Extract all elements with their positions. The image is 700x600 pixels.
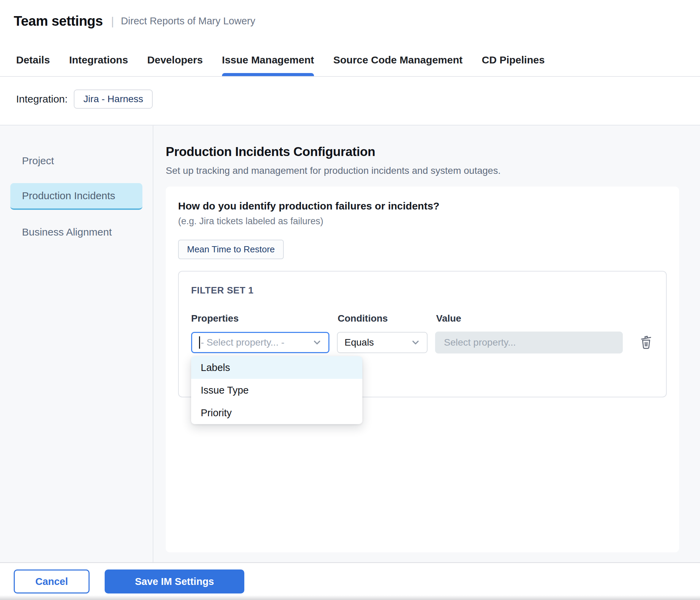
delete-filter-button[interactable] <box>639 334 654 351</box>
filter-set-title: FILTER SET 1 <box>191 285 654 296</box>
main-panel: Production Incidents Configuration Set u… <box>153 125 700 562</box>
sidebar-item-business-alignment[interactable]: Business Alignment <box>10 219 142 245</box>
value-input[interactable] <box>435 332 623 353</box>
chevron-down-icon <box>410 337 421 348</box>
conditions-selected-value: Equals <box>345 337 374 348</box>
filter-row: - Select property... - Equals <box>191 332 654 353</box>
active-tab-underline <box>222 73 314 76</box>
properties-placeholder: - Select property... - <box>201 337 284 348</box>
tab-issue-management[interactable]: Issue Management <box>222 54 314 76</box>
dropdown-option-issue-type[interactable]: Issue Type <box>191 379 362 401</box>
conditions-select[interactable]: Equals <box>337 332 428 353</box>
page-header: Team settings | Direct Reports of Mary L… <box>0 0 700 36</box>
properties-select[interactable]: - Select property... - <box>191 332 329 353</box>
properties-dropdown-menu: Labels Issue Type Priority <box>191 356 362 424</box>
properties-column-label: Properties <box>191 313 330 324</box>
sidebar-item-project[interactable]: Project <box>10 147 142 174</box>
dropdown-option-labels[interactable]: Labels <box>191 356 362 379</box>
title-separator: | <box>111 14 114 28</box>
tab-details[interactable]: Details <box>16 54 50 76</box>
section-title: Production Incidents Configuration <box>166 145 679 159</box>
section-subtitle: Set up tracking and management for produ… <box>166 165 679 176</box>
settings-sidebar: Project Production Incidents Business Al… <box>0 125 153 562</box>
text-cursor <box>199 336 200 349</box>
tab-cd-pipelines[interactable]: CD Pipelines <box>482 54 545 76</box>
tab-bar: Details Integrations Developers Issue Ma… <box>0 36 700 77</box>
question-hint: (e.g. Jira tickets labeled as failures) <box>178 216 667 227</box>
filter-set-1: FILTER SET 1 Properties Conditions Value… <box>178 271 667 397</box>
page-subtitle: Direct Reports of Mary Lowery <box>121 15 255 27</box>
tab-developers[interactable]: Developers <box>147 54 203 76</box>
integration-bar: Integration: Jira - Harness <box>0 77 700 125</box>
integration-chip[interactable]: Jira - Harness <box>74 89 153 109</box>
page-title: Team settings <box>14 13 103 29</box>
integration-label: Integration: <box>16 93 68 105</box>
tab-integrations[interactable]: Integrations <box>69 54 128 76</box>
dropdown-option-priority[interactable]: Priority <box>191 401 362 424</box>
page-bottom-shadow <box>0 595 700 600</box>
trash-icon <box>639 334 654 351</box>
value-column-label: Value <box>436 313 625 324</box>
mean-time-to-restore-chip[interactable]: Mean Time to Restore <box>178 240 284 259</box>
chevron-down-icon <box>312 337 322 348</box>
cancel-button[interactable]: Cancel <box>14 569 90 593</box>
incidents-config-card: How do you identify production failures … <box>166 187 679 552</box>
conditions-column-label: Conditions <box>338 313 429 324</box>
sidebar-item-production-incidents[interactable]: Production Incidents <box>10 183 142 210</box>
page-footer: Cancel Save IM Settings <box>0 562 700 600</box>
question-heading: How do you identify production failures … <box>178 200 667 212</box>
filter-column-headers: Properties Conditions Value <box>191 313 654 324</box>
tab-source-code-management[interactable]: Source Code Management <box>333 54 463 76</box>
save-im-settings-button[interactable]: Save IM Settings <box>105 569 244 593</box>
content-area: Project Production Incidents Business Al… <box>0 125 700 562</box>
